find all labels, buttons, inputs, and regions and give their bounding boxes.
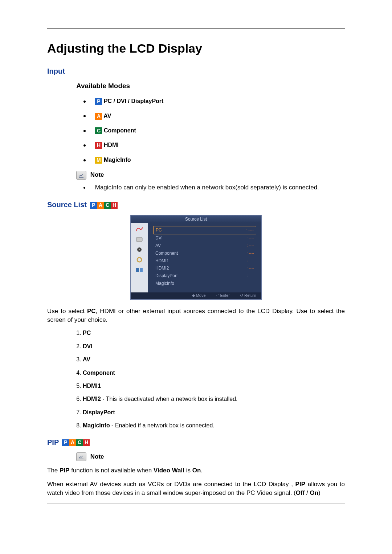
mode-label: HDMI — [104, 142, 119, 148]
text: When external AV devices such as VCRs or… — [47, 481, 295, 488]
text-bold: Off — [296, 489, 305, 496]
osd-row-value: : ---- — [246, 243, 254, 249]
osd-row: Component: ---- — [153, 250, 256, 257]
osd-row-label: PC — [156, 227, 162, 233]
osd-row-value: : ---- — [246, 235, 254, 241]
osd-row-value: : ---- — [246, 273, 254, 279]
note-label: Note — [90, 453, 104, 460]
bullet-icon — [83, 100, 86, 103]
bullet-icon — [83, 115, 86, 117]
bullet-icon — [83, 159, 86, 161]
mode-badge-p-icon: P — [95, 98, 102, 105]
item-lead: PC — [83, 330, 91, 336]
page: Adjusting the LCD Display Input Availabl… — [0, 0, 392, 540]
source-ordered-list: PC DVI AV Component HDMI1 HDMI2 - This i… — [83, 329, 345, 430]
mode-badge-p-icon: P — [62, 439, 69, 446]
list-item: PC — [83, 329, 345, 337]
note-icon — [76, 171, 86, 180]
list-item: HDMI1 — [83, 382, 345, 390]
text-bold: PIP — [60, 467, 69, 474]
svg-point-2 — [139, 249, 140, 250]
osd-nav: ◆ Move ⏎ Enter ↺ Return — [131, 292, 261, 299]
mode-label: AV — [103, 113, 111, 119]
section-source-list: Source List P A C H — [47, 200, 345, 210]
pip-body: When external AV devices such as VCRs or… — [47, 480, 345, 497]
text: Use to select — [47, 308, 87, 315]
svg-rect-4 — [136, 268, 139, 272]
top-rule — [47, 28, 345, 29]
osd-row: HDMI1: ---- — [153, 257, 256, 265]
mode-icons: P A C H — [90, 202, 118, 209]
item-rest: - This is deactivated when a network box… — [101, 396, 238, 402]
osd-row-label: MagicInfo — [155, 280, 174, 287]
section-available-modes: Available Modes — [76, 81, 345, 91]
item-lead: Component — [83, 370, 115, 376]
section-source-list-label: Source List — [47, 201, 87, 209]
item-lead: HDMI2 — [83, 396, 101, 402]
osd-picture-icon — [134, 235, 144, 243]
list-item: DisplayPort — [83, 409, 345, 416]
osd-row-label: HDMI1 — [155, 258, 169, 264]
osd-row-value: : ---- — [246, 265, 254, 271]
item-lead: AV — [83, 356, 90, 362]
mode-label: Component — [104, 127, 136, 134]
modes-list: P PC / DVI / DisplayPort A AV C Componen… — [83, 97, 345, 164]
osd-body: PC: ---- DVI: ---- AV: ---- Component: -… — [131, 223, 261, 292]
note-list: MagicInfo can only be enabled when a net… — [83, 183, 345, 192]
osd-row-label: AV — [155, 243, 161, 249]
text: / — [305, 489, 310, 496]
mode-icons: P A C H — [62, 439, 90, 446]
item-lead: MagicInfo — [83, 422, 110, 428]
mode-badge-m-icon: M — [95, 157, 102, 164]
bullet-icon — [83, 144, 86, 147]
osd-row: MagicInfo — [153, 280, 256, 287]
osd-row: AV: ---- — [153, 242, 256, 250]
osd-screenshot: Source List PC: ---- DVI: ---- AV: ---- … — [130, 215, 262, 299]
mode-badge-a-icon: A — [69, 439, 76, 446]
mode-hdmi: H HDMI — [83, 141, 345, 149]
mode-badge-h-icon: H — [111, 202, 118, 209]
osd-nav-enter: ⏎ Enter — [216, 293, 230, 298]
osd-main: PC: ---- DVI: ---- AV: ---- Component: -… — [148, 223, 261, 292]
svg-point-3 — [137, 258, 142, 262]
text-bold: PC — [87, 308, 96, 315]
item-lead: DisplayPort — [83, 409, 115, 415]
note-heading: Note — [76, 171, 345, 180]
text-bold: PIP — [295, 481, 305, 488]
text: function is not available when — [69, 467, 154, 474]
osd-input-icon — [134, 225, 144, 233]
osd-row: DVI: ---- — [153, 234, 256, 242]
list-item: AV — [83, 356, 345, 364]
item-rest: - Enabled if a network box is connected. — [110, 422, 215, 428]
note-label: Note — [90, 171, 104, 178]
svg-rect-0 — [136, 237, 142, 242]
list-item: Component — [83, 369, 345, 377]
text-bold: Video Wall — [154, 467, 184, 474]
osd-row: DisplayPort: ---- — [153, 272, 256, 280]
osd-row-value: : ---- — [246, 227, 254, 233]
mode-badge-c-icon: C — [95, 127, 102, 134]
svg-rect-5 — [140, 268, 143, 272]
section-input: Input — [47, 66, 345, 76]
bullet-icon — [83, 130, 86, 132]
osd-row-value: : ---- — [246, 250, 254, 257]
osd-row: HDMI2: ---- — [153, 264, 256, 272]
note-text: MagicInfo can only be enabled when a net… — [95, 184, 319, 191]
text-bold: On — [192, 467, 201, 474]
mode-badge-h-icon: H — [95, 142, 102, 149]
list-item: HDMI2 - This is deactivated when a netwo… — [83, 395, 345, 403]
osd-sound-icon — [134, 246, 144, 254]
mode-badge-a-icon: A — [95, 113, 102, 120]
osd-row-label: DisplayPort — [155, 273, 177, 279]
mode-badge-c-icon: C — [104, 202, 111, 209]
list-item: DVI — [83, 342, 345, 350]
osd-sidebar — [131, 223, 148, 292]
text-bold: On — [310, 489, 318, 496]
osd-row-label: DVI — [155, 235, 163, 241]
mode-label: MagicInfo — [104, 157, 131, 163]
osd-row: PC: ---- — [153, 226, 256, 234]
note-item: MagicInfo can only be enabled when a net… — [83, 183, 345, 192]
mode-magicinfo: M MagicInfo — [83, 156, 345, 164]
osd-nav-move: ◆ Move — [192, 293, 206, 298]
source-desc: Use to select PC, HDMI or other external… — [47, 307, 345, 324]
